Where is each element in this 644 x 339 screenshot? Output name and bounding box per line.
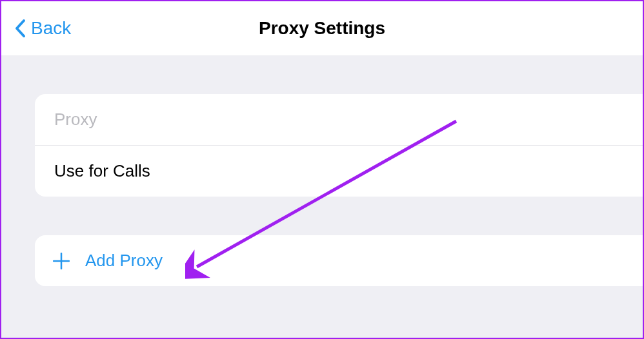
add-proxy-label: Add Proxy <box>85 251 163 271</box>
add-proxy-group: Add Proxy <box>35 235 644 286</box>
add-proxy-button[interactable]: Add Proxy <box>35 235 644 286</box>
proxy-settings-group: Proxy Use for Calls <box>35 94 644 197</box>
proxy-label: Proxy <box>54 110 97 129</box>
plus-icon <box>53 253 70 269</box>
back-label: Back <box>31 18 71 39</box>
use-for-calls-row[interactable]: Use for Calls <box>35 146 644 197</box>
content-area: Proxy Use for Calls Add Proxy <box>1 55 643 338</box>
page-title: Proxy Settings <box>259 18 385 39</box>
back-button[interactable]: Back <box>14 18 71 39</box>
proxy-row[interactable]: Proxy <box>35 94 644 146</box>
use-for-calls-label: Use for Calls <box>54 161 150 180</box>
navigation-header: Back Proxy Settings <box>1 1 643 55</box>
chevron-left-icon <box>14 19 26 38</box>
